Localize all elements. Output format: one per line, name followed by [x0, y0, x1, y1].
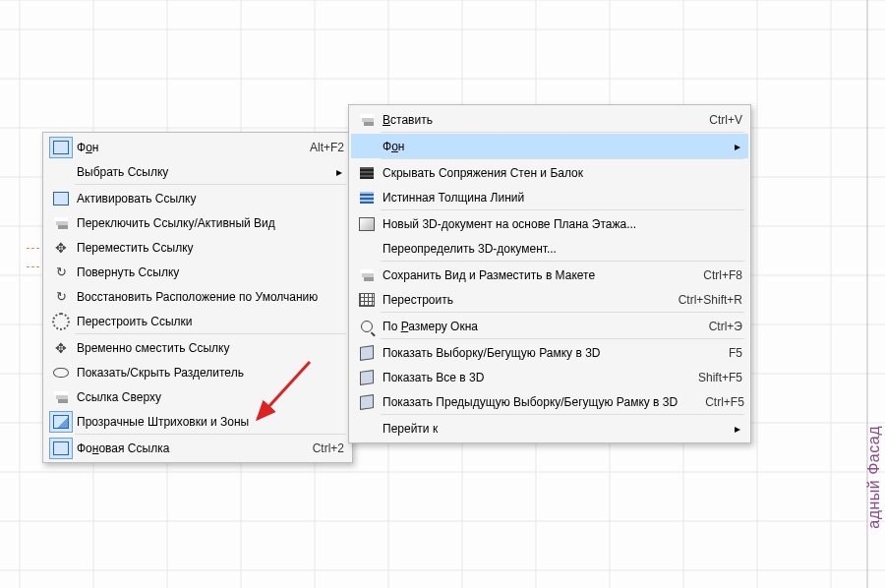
submenu-item-fit[interactable]: По Размеру ОкнаCtrl+Э — [351, 314, 748, 338]
menu-item-label: Повернуть Ссылку — [77, 265, 344, 279]
context-menu-submenu: ВставитьCtrl+VФон▸Скрывать Сопряжения Ст… — [348, 104, 751, 443]
context-menu-item-split[interactable]: Показать/Скрыть Разделитель — [45, 360, 350, 384]
menu-item-shortcut: Ctrl+2 — [305, 441, 344, 455]
context-menu-item-top[interactable]: Ссылка Сверху — [45, 384, 350, 409]
submenu-item-sel3d[interactable]: Показать Выборку/Бегущую Рамку в 3DF5 — [351, 340, 748, 365]
context-menu-item-trans[interactable]: Прозрачные Штриховки и Зоны — [45, 409, 350, 434]
context-menu-item-move[interactable]: ✥Переместить Ссылку — [45, 235, 350, 260]
context-menu-item-toggle[interactable]: Переключить Ссылку/Активный Вид — [45, 210, 350, 235]
submenu-item-bg[interactable]: Фон▸ — [351, 134, 748, 158]
menu-item-shortcut: Ctrl+Э — [701, 320, 742, 333]
eye-icon — [49, 362, 73, 383]
blank-icon — [355, 418, 379, 440]
menu-item-label: Перейти к — [383, 422, 733, 436]
context-menu-item-offset[interactable]: ✥Временно сместить Ссылку — [45, 335, 350, 360]
menu-item-label: Выбрать Ссылку — [77, 165, 334, 179]
box-icon — [49, 188, 73, 209]
menu-item-label: Перестроить — [383, 293, 671, 307]
menu-item-shortcut: Ctrl+F8 — [695, 268, 742, 282]
menu-item-label: Переключить Ссылку/Активный Вид — [77, 216, 344, 230]
move-icon: ✥ — [49, 337, 73, 359]
menu-item-label: Восстановить Расположение по Умолчанию — [77, 290, 344, 304]
box2-icon — [49, 411, 73, 433]
stripes-bl-icon — [355, 187, 379, 208]
blank-icon — [49, 161, 73, 183]
grid-icon — [355, 289, 379, 311]
context-menu-item-bg[interactable]: ФонAlt+F2 — [45, 135, 350, 159]
cube-icon — [355, 391, 379, 413]
menu-item-label: Активировать Ссылку — [77, 192, 344, 206]
submenu-item-paste[interactable]: ВставитьCtrl+V — [351, 107, 748, 132]
context-menu-item-rotate[interactable]: ↻Повернуть Ссылку — [45, 260, 350, 284]
stripes-dk-icon — [355, 162, 379, 184]
context-menu-item-select_link[interactable]: Выбрать Ссылку▸ — [45, 159, 350, 184]
layers-icon — [49, 212, 73, 234]
layers-icon — [355, 265, 379, 286]
submenu-item-hide_joints[interactable]: Скрывать Сопряжения Стен и Балок — [351, 160, 748, 185]
section-marker — [27, 248, 39, 267]
elevation-label: адный Фасад — [865, 426, 883, 529]
3d-icon — [355, 213, 379, 235]
context-menu-item-rebuild[interactable]: Перестроить Ссылки — [45, 309, 350, 333]
menu-item-shortcut: Alt+F2 — [302, 141, 344, 154]
blank-icon — [355, 238, 379, 260]
menu-item-label: Истинная Толщина Линий — [383, 191, 742, 205]
menu-item-shortcut: Ctrl+V — [701, 113, 742, 127]
box-icon — [49, 438, 73, 459]
submenu-item-all3d[interactable]: Показать Все в 3DShift+F5 — [351, 365, 748, 389]
context-menu-item-bg_link[interactable]: Фоновая СсылкаCtrl+2 — [45, 436, 350, 460]
menu-item-label: Скрывать Сопряжения Стен и Балок — [383, 166, 742, 180]
menu-item-label: Прозрачные Штриховки и Зоны — [77, 415, 344, 429]
context-menu-item-restore[interactable]: ↻Восстановить Расположение по Умолчанию — [45, 284, 350, 309]
layers-icon — [49, 386, 73, 408]
submenu-item-true_thick[interactable]: Истинная Толщина Линий — [351, 185, 748, 209]
submenu-arrow-icon: ▸ — [733, 422, 742, 436]
menu-item-label: Переопределить 3D-документ... — [383, 242, 742, 256]
menu-item-label: Ссылка Сверху — [77, 390, 344, 404]
submenu-item-goto[interactable]: Перейти к▸ — [351, 416, 748, 441]
menu-item-label: Фон — [383, 140, 733, 153]
menu-item-label: Сохранить Вид и Разместить в Макете — [383, 268, 695, 282]
menu-item-shortcut: Ctrl+Shift+R — [671, 293, 742, 307]
gear-icon — [49, 311, 73, 332]
blank-icon — [355, 136, 379, 157]
context-menu-item-activate[interactable]: Активировать Ссылку — [45, 186, 350, 210]
menu-item-label: Переместить Ссылку — [77, 241, 344, 255]
rot-icon: ↻ — [49, 286, 73, 308]
submenu-item-save_view[interactable]: Сохранить Вид и Разместить в МакетеCtrl+… — [351, 263, 748, 287]
menu-item-label: Перестроить Ссылки — [77, 315, 344, 328]
menu-item-label: Новый 3D-документ на основе Плана Этажа.… — [383, 217, 742, 231]
submenu-arrow-icon: ▸ — [733, 140, 742, 153]
box-icon — [49, 137, 73, 158]
submenu-item-redef3d[interactable]: Переопределить 3D-документ... — [351, 236, 748, 261]
rot-icon: ↻ — [49, 262, 73, 283]
submenu-item-new3d[interactable]: Новый 3D-документ на основе Плана Этажа.… — [351, 211, 748, 236]
menu-item-label: Показать/Скрыть Разделитель — [77, 366, 344, 380]
menu-item-label: Временно сместить Ссылку — [77, 341, 344, 355]
menu-item-label: Показать Все в 3D — [383, 371, 690, 384]
submenu-item-prev3d[interactable]: Показать Предыдущую Выборку/Бегущую Рамк… — [351, 389, 748, 414]
cube-icon — [355, 342, 379, 364]
menu-item-label: Фон — [77, 141, 302, 154]
layers-icon — [355, 109, 379, 131]
menu-item-label: Фоновая Ссылка — [77, 441, 305, 455]
magnify-icon — [355, 316, 379, 337]
cube-icon — [355, 367, 379, 388]
menu-item-label: По Размеру Окна — [383, 320, 701, 333]
submenu-item-rebuild[interactable]: ПерестроитьCtrl+Shift+R — [351, 287, 748, 312]
submenu-arrow-icon: ▸ — [334, 165, 344, 179]
move-icon: ✥ — [49, 237, 73, 259]
menu-item-label: Показать Предыдущую Выборку/Бегущую Рамк… — [383, 395, 697, 409]
menu-item-shortcut: F5 — [721, 346, 742, 360]
context-menu-primary: ФонAlt+F2Выбрать Ссылку▸Активировать Ссы… — [42, 132, 353, 463]
menu-item-label: Вставить — [383, 113, 701, 127]
menu-item-shortcut: Ctrl+F5 — [697, 395, 744, 409]
menu-item-label: Показать Выборку/Бегущую Рамку в 3D — [383, 346, 721, 360]
menu-item-shortcut: Shift+F5 — [690, 371, 742, 384]
